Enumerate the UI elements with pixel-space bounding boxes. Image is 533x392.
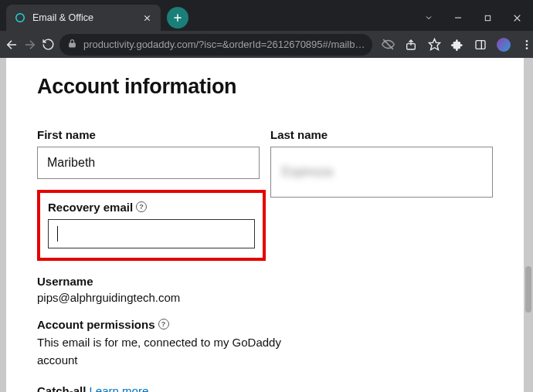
forward-button[interactable]	[23, 34, 37, 56]
recovery-email-input[interactable]	[48, 219, 255, 248]
page-title: Account information	[37, 75, 493, 99]
eye-off-icon[interactable]	[377, 34, 399, 56]
catchall-label: Catch-all	[37, 384, 86, 392]
first-name-input[interactable]	[37, 147, 260, 179]
url-bar[interactable]: productivity.godaddy.com/?isc=&orderId=2…	[59, 34, 372, 56]
profile-avatar[interactable]	[493, 34, 514, 56]
username-value: pips@alphrguidingtech.com	[37, 291, 493, 304]
svg-point-17	[526, 43, 528, 46]
text-caret	[57, 226, 58, 242]
tab-favicon-icon	[14, 12, 26, 24]
permissions-section: Account permissions ? This email is for …	[37, 318, 493, 369]
sidepanel-icon[interactable]	[470, 34, 491, 56]
star-icon[interactable]	[423, 34, 445, 56]
tabs-area: Email & Office	[0, 5, 188, 31]
svg-marker-13	[429, 39, 440, 49]
username-section: Username pips@alphrguidingtech.com	[37, 275, 493, 304]
window-title-bar: Email & Office	[0, 0, 533, 31]
last-name-label: Last name	[270, 128, 493, 141]
first-name-field: First name	[37, 128, 260, 179]
lock-icon	[67, 39, 77, 51]
svg-point-0	[16, 14, 25, 22]
back-button[interactable]	[5, 34, 19, 56]
catchall-section: Catch-all Learn more	[37, 384, 493, 392]
minimize-icon[interactable]	[445, 6, 471, 29]
svg-rect-14	[476, 40, 485, 49]
catchall-learn-more-link[interactable]: Learn more	[90, 384, 149, 392]
reload-button[interactable]	[42, 34, 55, 56]
permissions-label: Account permissions ?	[37, 318, 493, 331]
gutter-right	[524, 58, 533, 392]
recovery-email-highlight: Recovery email ?	[37, 190, 266, 261]
svg-point-16	[526, 40, 528, 42]
new-tab-button[interactable]	[167, 7, 188, 29]
browser-tab[interactable]: Email & Office	[6, 5, 161, 31]
gutter-left	[0, 58, 6, 392]
page-content: Account information First name Last name…	[6, 58, 524, 392]
page-viewport: Account information First name Last name…	[0, 58, 533, 392]
window-controls	[416, 5, 533, 31]
chevron-down-icon[interactable]	[416, 6, 442, 29]
name-row: First name Last name Espinoza	[37, 128, 493, 179]
permissions-label-text: Account permissions	[37, 318, 155, 331]
extensions-icon[interactable]	[446, 34, 468, 56]
svg-point-18	[526, 47, 528, 49]
tab-close-icon[interactable]	[141, 12, 153, 24]
last-name-field: Last name Espinoza	[270, 128, 493, 179]
permissions-desc: This email is for me, connected to my Go…	[37, 334, 284, 369]
maximize-icon[interactable]	[474, 6, 501, 29]
recovery-email-label: Recovery email ?	[48, 201, 255, 214]
address-bar: productivity.godaddy.com/?isc=&orderId=2…	[0, 31, 533, 58]
url-text: productivity.godaddy.com/?isc=&orderId=2…	[83, 39, 365, 50]
last-name-blurred-value: Espinoza	[280, 165, 333, 179]
menu-icon[interactable]	[516, 34, 533, 56]
svg-rect-6	[485, 15, 490, 20]
last-name-input[interactable]: Espinoza	[270, 147, 493, 198]
share-icon[interactable]	[400, 34, 422, 56]
tab-title: Email & Office	[32, 12, 134, 23]
first-name-label: First name	[37, 128, 260, 141]
close-window-icon[interactable]	[504, 6, 530, 29]
toolbar-right	[377, 34, 533, 56]
recovery-email-label-text: Recovery email	[48, 201, 133, 214]
help-icon[interactable]: ?	[158, 319, 169, 329]
scrollbar-thumb[interactable]	[525, 266, 531, 313]
username-label: Username	[37, 275, 493, 288]
help-icon[interactable]: ?	[136, 201, 147, 212]
